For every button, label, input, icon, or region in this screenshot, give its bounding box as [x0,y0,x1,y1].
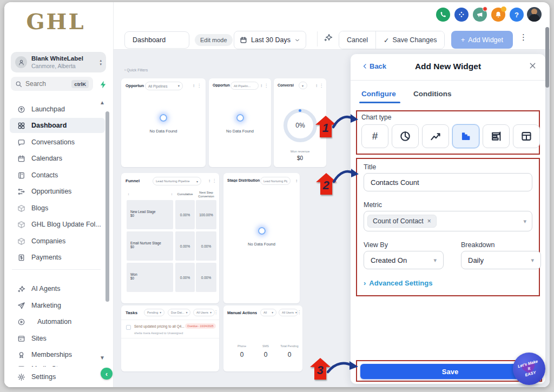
sort-icon[interactable]: ↕ [260,83,262,88]
integrations-icon[interactable] [454,8,469,22]
funnel-next-cell: 0.00% [196,231,216,261]
task-checkbox[interactable] [126,325,131,330]
kebab-menu-icon[interactable]: ⋮ [197,83,201,88]
actions-type-filter[interactable]: All▾ [260,309,276,316]
sidebar-collapse-button[interactable]: ‹ [101,368,113,380]
breakdown-label: Breakdown [461,241,495,249]
sidebar-item-memberships[interactable]: Memberships [10,347,105,362]
cube-icon [17,204,25,212]
sidebar-item-companies[interactable]: Companies [10,234,105,249]
widget-manual-actions[interactable]: Manual Actions All▾ All Users▾ ⋮ Phone S… [223,305,302,371]
tasks-due-filter[interactable]: Due Dat...▾ [168,309,190,316]
sort-icon[interactable]: ↕ [315,83,318,88]
bar-chart-icon[interactable] [452,124,479,148]
sort-icon[interactable]: ↕ [193,83,195,88]
widget-tasks[interactable]: Tasks Pending▾ Due Dat...▾ All Users▾ ⋮ … [121,305,219,371]
sidebar-scroll-up-icon[interactable]: ▲ [100,99,105,105]
horizontal-bar-chart-icon[interactable] [483,124,510,148]
number-chart-icon[interactable]: # [361,124,388,148]
actions-user-filter[interactable]: All Users▾ [279,309,298,316]
user-avatar[interactable] [527,7,542,22]
sidebar-scroll-down-icon[interactable]: ▼ [100,355,105,361]
sort-icon[interactable]: ↕ [208,178,210,183]
metric-select[interactable]: Count of Contact × ▾ [364,211,532,231]
search-icon [15,81,22,88]
sidebar-scrollbar-thumb[interactable] [105,111,109,302]
breakdown-select[interactable]: Daily▾ [461,251,541,269]
ai-sparkle-button[interactable] [324,33,333,44]
search-input[interactable] [25,80,63,88]
empty-state: No Data Found [121,114,206,134]
dashboard-name-box[interactable]: Dashboard [124,31,189,49]
won-revenue-label: Won revenue [274,150,326,153]
pipeline-filter-dropdown[interactable]: All Pipelines▾ [145,82,183,90]
kebab-menu-icon[interactable]: ⋮ [519,32,527,42]
title-input[interactable] [364,173,532,191]
quick-filters-toggle[interactable]: › Quick Filters [124,68,148,72]
pipeline-filter-dropdown[interactable]: Lead Nurturing Pipeline [260,177,291,185]
pie-chart-icon[interactable] [392,124,419,148]
add-widget-button[interactable]: +Add Widget [451,31,513,49]
tasks-user-filter[interactable]: All Users▾ [193,309,215,316]
table-chart-icon[interactable] [513,124,540,148]
widget-funnel[interactable]: Funnel Lead Nurturing Pipeline▾ ↕ ⋮ ↕ ↕ … [121,173,219,303]
kebab-menu-icon[interactable]: ⋮ [297,310,301,315]
quick-actions-bolt-icon[interactable] [97,79,108,90]
search-bar[interactable]: ctrlK [11,77,93,91]
sidebar-item-calendars[interactable]: Calendars [10,151,105,166]
line-chart-icon[interactable] [422,124,449,148]
date-range-picker[interactable]: Last 30 Days [234,31,306,49]
kebab-menu-icon[interactable]: ⋮ [212,178,216,183]
app-window: GHL Blank WhiteLabel Canmore, Alberta ▴▾… [4,2,550,387]
title-label: Title [364,163,376,171]
contacts-book-icon [17,171,25,180]
sort-icon[interactable]: ↕ [171,192,173,196]
sidebar-item-conversations[interactable]: Conversations [10,135,105,150]
widget-opportunities-1[interactable]: Opportun All Pipelines▾ ↕ ⋮ No Data Foun… [121,78,206,167]
announcements-megaphone-icon[interactable] [473,8,487,22]
sidebar-item-settings[interactable]: Settings [4,367,113,387]
kebab-menu-icon[interactable]: ⋮ [214,310,218,315]
sidebar-item-ai-agents[interactable]: AI Agents [10,281,105,296]
tasks-status-filter[interactable]: Pending▾ [144,309,164,316]
sidebar-item-payments[interactable]: Payments [10,250,105,265]
account-chevrons-icon: ▴▾ [100,58,102,66]
remove-metric-icon[interactable]: × [427,217,431,225]
help-icon[interactable]: ? [510,8,524,22]
main-scrollbar-thumb[interactable] [545,27,549,88]
chevron-down-icon: ▾ [523,218,526,225]
close-icon[interactable] [529,62,537,72]
sidebar-item-marketing[interactable]: Marketing [10,298,105,313]
task-title[interactable]: Send updated pricing to all Q4... [134,324,184,328]
magnifier-icon [258,227,266,235]
phone-icon[interactable] [436,8,450,22]
sidebar-item-opportunities[interactable]: Opportunities [10,184,105,199]
widget-opportunities-2[interactable]: Opportun All Pipelin... ↕ ⋮ No Data Foun… [209,78,271,167]
donut-progress-dot [299,109,301,112]
sidebar-item-ghl-blog-update[interactable]: GHL Blog Update Fol... [10,217,105,232]
pipeline-filter-dropdown[interactable]: Lead Nurturing Pipeline▾ [153,177,201,185]
kebab-menu-icon[interactable]: ⋮ [264,83,268,88]
widget-stage-distribution[interactable]: Stage Distribution Lead Nurturing Pipeli… [223,173,300,303]
tab-configure[interactable]: Configure [361,90,396,98]
sort-icon[interactable]: ↕ [295,178,298,183]
sidebar-item-automation[interactable]: Automation [10,314,105,329]
pipeline-filter-dropdown[interactable]: All Pipelin... [230,82,259,90]
notifications-bell-icon[interactable] [491,8,505,22]
opportunities-nodes-icon [17,188,25,196]
sidebar-item-sites[interactable]: Sites [10,331,105,346]
cancel-button[interactable]: Cancel [339,31,375,49]
sort-icon[interactable]: ↕ [128,192,129,196]
advanced-settings-toggle[interactable]: › Advanced Settings [364,279,432,287]
view-by-select[interactable]: Created On▾ [364,251,444,269]
toolbar-divider [317,31,318,46]
sidebar-item-blogs[interactable]: Blogs [10,201,105,216]
sidebar-item-contacts[interactable]: Contacts [10,168,105,183]
filter-dropdown[interactable]: ▾ [299,82,307,89]
save-changes-button[interactable]: ✓Save Changes [376,31,445,49]
account-switcher[interactable]: Blank WhiteLabel Canmore, Alberta ▴▾ [11,52,106,72]
sidebar-item-launchpad[interactable]: Launchpad [10,102,105,117]
tab-conditions[interactable]: Conditions [413,90,452,98]
sidebar-item-dashboard[interactable]: Dashboard [10,118,105,133]
kebab-menu-icon[interactable]: ⋮ [319,83,324,88]
